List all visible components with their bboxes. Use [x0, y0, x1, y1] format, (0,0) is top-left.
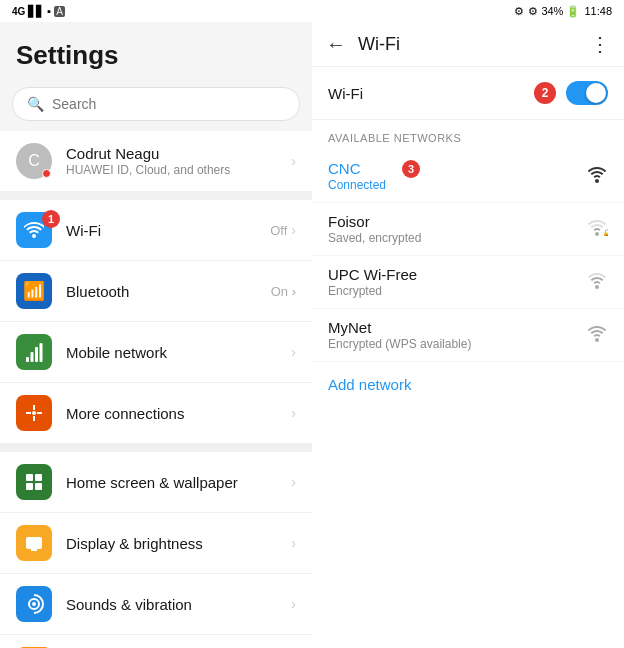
svg-rect-3 — [40, 343, 43, 362]
networks-section-label: AVAILABLE NETWORKS — [312, 120, 624, 150]
bluetooth-text: Bluetooth — [66, 283, 271, 300]
network-info-upc: UPC Wi-Free Encrypted — [328, 266, 586, 298]
svg-rect-9 — [26, 474, 33, 481]
battery-percent: ⚙ 34% 🔋 — [528, 5, 580, 18]
avatar-letter: C — [28, 152, 40, 170]
search-input[interactable] — [52, 96, 285, 112]
nfc-icon: A — [54, 6, 65, 17]
settings-item-mobile[interactable]: Mobile network › — [0, 322, 312, 383]
display-text: Display & brightness — [66, 535, 291, 552]
svg-rect-10 — [35, 474, 42, 481]
online-dot — [42, 169, 51, 178]
wifi-badge: 1 — [42, 210, 60, 228]
network-item-cnc[interactable]: CNC Connected 3 — [312, 150, 624, 203]
wifi-signal-upc — [586, 271, 608, 294]
network-name-mynet: MyNet — [328, 319, 586, 336]
time: 11:48 — [584, 5, 612, 17]
search-bar[interactable]: 🔍 — [12, 87, 300, 121]
bluetooth-icon: 📶 — [16, 273, 52, 309]
search-icon: 🔍 — [27, 96, 44, 112]
wifi-text: Wi-Fi — [66, 222, 270, 239]
svg-rect-0 — [26, 357, 29, 362]
more-text: More connections — [66, 405, 291, 422]
network-status-mynet: Encrypted (WPS available) — [328, 337, 586, 351]
chevron-icon: › — [291, 474, 296, 490]
cnc-badge: 3 — [402, 160, 420, 178]
mobile-label: Mobile network — [66, 344, 291, 361]
settings-item-wifi[interactable]: Wi-Fi Off › 1 — [0, 200, 312, 261]
user-name: Codrut Neagu — [66, 145, 291, 162]
add-network-button[interactable]: Add network — [312, 362, 624, 407]
svg-rect-2 — [35, 347, 38, 362]
chevron-icon: › — [291, 535, 296, 551]
mobile-text: Mobile network — [66, 344, 291, 361]
wifi-status-icon: ▪ — [47, 5, 51, 17]
wifi-signal-mynet — [586, 324, 608, 347]
status-bar-right: ⚙ ⚙ 34% 🔋 11:48 — [514, 5, 612, 18]
wifi-toggle-switch[interactable] — [566, 81, 608, 105]
svg-text:🔒: 🔒 — [602, 228, 608, 236]
settings-item-notifications[interactable]: Notifications › — [0, 635, 312, 648]
settings-item-more[interactable]: More connections › — [0, 383, 312, 444]
status-bar: 4G ▋▋ ▪ A ⚙ ⚙ 34% 🔋 11:48 — [0, 0, 624, 22]
settings-item-bluetooth[interactable]: 📶 Bluetooth On › — [0, 261, 312, 322]
wifi-value: Off — [270, 223, 287, 238]
network-name-cnc: CNC — [328, 160, 586, 177]
settings-item-display[interactable]: Display & brightness › — [0, 513, 312, 574]
network-status-upc: Encrypted — [328, 284, 586, 298]
avatar: C — [16, 143, 52, 179]
wifi-toggle-row: Wi-Fi 2 — [312, 67, 624, 120]
chevron-icon: › — [291, 222, 296, 238]
chevron-icon: › — [291, 344, 296, 360]
svg-rect-12 — [35, 483, 42, 490]
sounds-icon — [16, 586, 52, 622]
network-info-mynet: MyNet Encrypted (WPS available) — [328, 319, 586, 351]
svg-rect-1 — [31, 352, 34, 362]
mobile-icon — [16, 334, 52, 370]
homescreen-label: Home screen & wallpaper — [66, 474, 291, 491]
network-info-cnc: CNC Connected — [328, 160, 586, 192]
user-profile-item[interactable]: C Codrut Neagu HUAWEI ID, Cloud, and oth… — [0, 131, 312, 192]
network-item-mynet[interactable]: MyNet Encrypted (WPS available) — [312, 309, 624, 362]
svg-rect-14 — [31, 549, 37, 551]
bluetooth-label: Bluetooth — [66, 283, 271, 300]
more-connections-icon — [16, 395, 52, 431]
more-label: More connections — [66, 405, 291, 422]
settings-panel: Settings 🔍 C Codrut Neagu HUAWEI ID, Clo… — [0, 22, 312, 648]
wifi-title: Wi-Fi — [358, 34, 590, 55]
wifi-label: Wi-Fi — [66, 222, 270, 239]
divider-1 — [0, 192, 312, 200]
wifi-signal-cnc — [586, 165, 608, 188]
settings-status-icon: ⚙ — [514, 5, 524, 18]
wifi-header: ← Wi-Fi ⋮ — [312, 22, 624, 67]
sounds-label: Sounds & vibration — [66, 596, 291, 613]
wifi-toggle-label: Wi-Fi — [328, 85, 534, 102]
network-status-foisor: Saved, encrypted — [328, 231, 586, 245]
display-label: Display & brightness — [66, 535, 291, 552]
network-item-foisor[interactable]: Foisor Saved, encrypted 🔒 — [312, 203, 624, 256]
wifi-signal-foisor: 🔒 — [586, 218, 608, 241]
divider-2 — [0, 444, 312, 452]
network-status-cnc: Connected — [328, 178, 586, 192]
svg-point-16 — [32, 602, 36, 606]
network-item-upc[interactable]: UPC Wi-Free Encrypted — [312, 256, 624, 309]
main-layout: Settings 🔍 C Codrut Neagu HUAWEI ID, Clo… — [0, 22, 624, 648]
settings-item-sounds[interactable]: Sounds & vibration › — [0, 574, 312, 635]
page-title: Settings — [0, 22, 312, 81]
network-name-foisor: Foisor — [328, 213, 586, 230]
settings-item-homescreen[interactable]: Home screen & wallpaper › — [0, 452, 312, 513]
status-bar-left: 4G ▋▋ ▪ A — [12, 5, 65, 18]
settings-list: C Codrut Neagu HUAWEI ID, Cloud, and oth… — [0, 131, 312, 648]
wifi-panel: ← Wi-Fi ⋮ Wi-Fi 2 AVAILABLE NETWORKS CNC… — [312, 22, 624, 648]
more-options-button[interactable]: ⋮ — [590, 32, 610, 56]
bluetooth-status: On › — [271, 284, 296, 299]
chevron-icon: › — [291, 405, 296, 421]
bluetooth-value: On › — [271, 284, 296, 299]
homescreen-icon — [16, 464, 52, 500]
sounds-text: Sounds & vibration — [66, 596, 291, 613]
carrier-icon: 4G — [12, 6, 25, 17]
svg-point-4 — [32, 411, 36, 415]
chevron-icon: › — [291, 153, 296, 169]
back-button[interactable]: ← — [326, 33, 346, 56]
display-icon — [16, 525, 52, 561]
